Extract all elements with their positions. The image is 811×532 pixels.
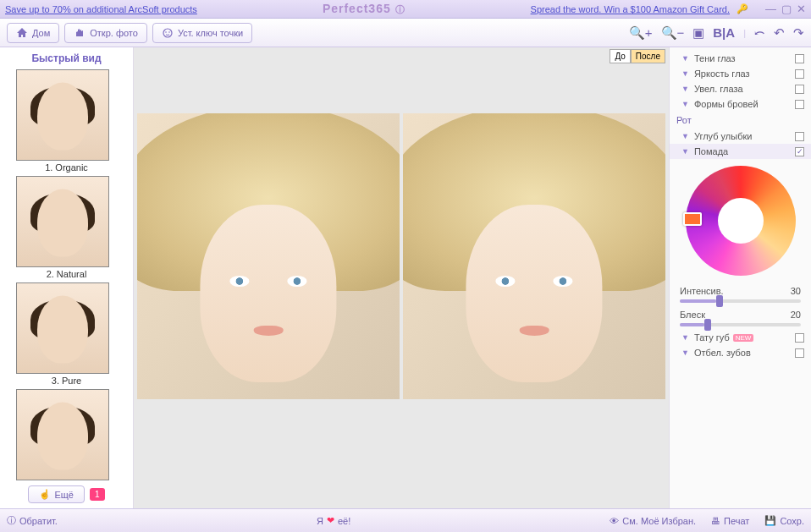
panel-brow-shapes[interactable]: ▼Формы бровей — [670, 96, 811, 112]
zoom-out-icon[interactable]: 🔍− — [661, 25, 685, 41]
home-icon — [16, 27, 28, 39]
mouth-group-header: Рот — [670, 112, 811, 129]
promo-link-left[interactable]: Save up to 70% on additional ArcSoft pro… — [5, 4, 197, 14]
heart-icon: ❤ — [327, 515, 334, 526]
svg-point-1 — [165, 31, 167, 33]
feedback-button[interactable]: ⓘОбратит. — [7, 514, 58, 527]
minimize-icon[interactable]: — — [765, 3, 776, 15]
gloss-slider[interactable] — [680, 323, 801, 326]
hand-icon — [74, 27, 86, 39]
preset-sidebar: Быстрый вид 1. Organic 2. Natural 3. Pur… — [0, 47, 134, 508]
lipstick-color-wheel[interactable] — [670, 159, 811, 282]
promo-link-right[interactable]: Spread the word. Win a $100 Amazon Gift … — [531, 4, 730, 14]
love-button[interactable]: Я❤её! — [317, 515, 350, 526]
more-presets-button[interactable]: ☝ Ещё — [28, 485, 85, 503]
panel-teeth-whitening[interactable]: ▼Отбел. зубов — [670, 345, 811, 360]
preset-thumb[interactable]: 2. Natural — [16, 176, 118, 279]
panel-eye-enlarge[interactable]: ▼Увел. глаза — [670, 81, 811, 96]
save-icon: 💾 — [764, 515, 776, 526]
panel-eye-brightness[interactable]: ▼Яркость глаз — [670, 66, 811, 81]
preset-thumb[interactable]: 1. Organic — [16, 69, 118, 173]
preset-thumb[interactable] — [16, 389, 118, 480]
gloss-value: 20 — [791, 310, 801, 320]
panel-lipstick[interactable]: ▼Помада — [670, 144, 811, 159]
panel-eye-shadow[interactable]: ▼Тени глаз — [670, 51, 811, 66]
hand-icon: ☝ — [39, 489, 51, 500]
panel-smile-deepen[interactable]: ▼Углуб улыбки — [670, 129, 811, 144]
before-after-toggle[interactable]: До После — [610, 49, 665, 63]
fit-icon[interactable]: ▣ — [692, 25, 704, 41]
preset-label: 2. Natural — [16, 269, 118, 279]
intensity-value: 30 — [791, 286, 801, 296]
svg-point-0 — [163, 29, 172, 37]
after-tab[interactable]: После — [631, 49, 665, 63]
eye-icon: 👁 — [610, 516, 619, 526]
preset-label: 1. Organic — [16, 162, 118, 173]
zoom-in-icon[interactable]: 🔍+ — [629, 25, 653, 41]
before-photo — [137, 113, 400, 399]
undo-all-icon[interactable]: ⤺ — [754, 25, 765, 41]
before-tab[interactable]: До — [610, 49, 630, 63]
after-photo — [403, 113, 665, 399]
redo-icon[interactable]: ↷ — [793, 25, 804, 41]
face-icon — [162, 27, 174, 39]
sidebar-title: Быстрый вид — [31, 52, 101, 64]
intensity-slider[interactable] — [680, 299, 801, 303]
home-button[interactable]: Дом — [7, 23, 59, 43]
preset-label: 3. Pure — [16, 376, 118, 386]
app-title: Perfect365 ⓘ — [197, 2, 531, 16]
panel-lip-tattoo[interactable]: ▼Тату губNEW — [670, 330, 811, 345]
info-icon[interactable]: ⓘ — [395, 4, 406, 14]
save-button[interactable]: 💾Сохр. — [764, 515, 804, 526]
preset-thumb[interactable]: 3. Pure — [16, 282, 118, 386]
print-button[interactable]: 🖶Печат — [711, 516, 749, 526]
open-photo-button[interactable]: Откр. фото — [64, 23, 147, 43]
keypoints-button[interactable]: Уст. ключ точки — [152, 23, 252, 43]
printer-icon: 🖶 — [711, 516, 720, 526]
compare-toggle[interactable]: B|A — [713, 25, 735, 40]
svg-point-2 — [168, 31, 170, 33]
key-icon[interactable]: 🔑 — [737, 3, 748, 14]
maximize-icon[interactable]: ▢ — [781, 3, 792, 15]
gloss-label: Блеск — [680, 310, 705, 320]
status-bar: ⓘОбратит. Я❤её! 👁См. Моё Избран. 🖶Печат … — [0, 508, 811, 532]
adjustments-panel: ▼Тени глаз ▼Яркость глаз ▼Увел. глаза ▼Ф… — [669, 47, 811, 508]
preset-count-badge: 1 — [90, 488, 105, 501]
favorites-button[interactable]: 👁См. Моё Избран. — [610, 516, 696, 526]
title-bar: Save up to 70% on additional ArcSoft pro… — [0, 0, 811, 19]
canvas-area: До После — [134, 47, 669, 508]
main-toolbar: Дом Откр. фото Уст. ключ точки 🔍+ 🔍− ▣ B… — [0, 19, 811, 47]
info-icon: ⓘ — [7, 514, 16, 527]
new-badge: NEW — [733, 334, 754, 342]
color-selection-marker[interactable] — [683, 212, 702, 226]
undo-icon[interactable]: ↶ — [774, 25, 785, 41]
close-icon[interactable]: ✕ — [797, 3, 806, 15]
